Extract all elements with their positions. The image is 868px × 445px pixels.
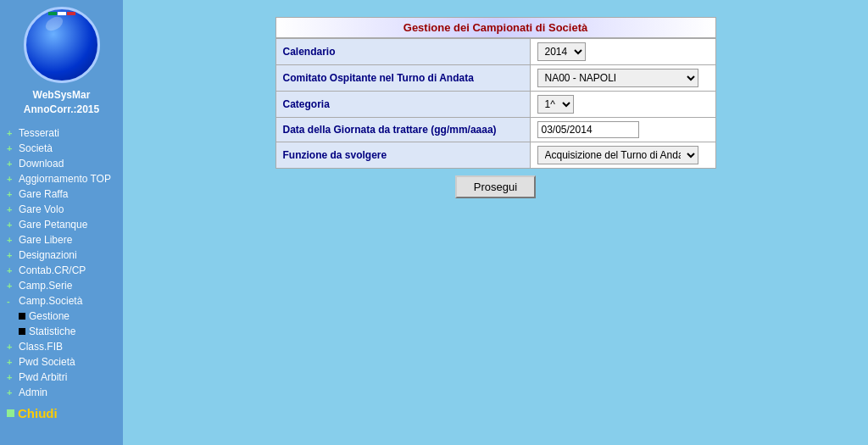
- sidebar-item-gestione[interactable]: Gestione: [3, 309, 120, 324]
- plus-icon: +: [7, 265, 15, 275]
- square-icon: [19, 313, 25, 320]
- plus-icon: +: [7, 281, 15, 291]
- sidebar-item-camp-serie[interactable]: + Camp.Serie: [3, 278, 120, 293]
- categoria-select[interactable]: 1^ 2^ 3^: [537, 95, 574, 114]
- data-input[interactable]: [537, 121, 639, 138]
- plus-icon: +: [7, 372, 15, 382]
- field-label-categoria: Categoria: [275, 92, 530, 118]
- plus-icon: +: [7, 357, 15, 367]
- sidebar-item-download[interactable]: + Download: [3, 156, 120, 171]
- plus-icon: +: [7, 204, 15, 214]
- sidebar-item-pwd-societa[interactable]: + Pwd Società: [3, 354, 120, 370]
- sidebar: WebSysMar AnnoCorr.:2015 + Tesserati + S…: [0, 0, 123, 445]
- form-container: Gestione dei Campionati di Società Calen…: [275, 17, 716, 198]
- square-icon: [19, 328, 25, 335]
- table-row: Comitato Ospitante nel Turno di Andata N…: [275, 65, 715, 92]
- sidebar-item-aggiornamento[interactable]: + Aggiornamento TOP: [3, 171, 120, 186]
- sidebar-item-contab[interactable]: + Contab.CR/CP: [3, 263, 120, 278]
- calendario-select[interactable]: 2013 2014 2015: [537, 42, 586, 61]
- app-name: WebSysMar AnnoCorr.:2015: [24, 88, 99, 117]
- sidebar-item-tesserati[interactable]: + Tesserati: [3, 125, 120, 141]
- plus-icon: +: [7, 159, 15, 169]
- sidebar-item-societa[interactable]: + Società: [3, 141, 120, 156]
- form-table: Calendario 2013 2014 2015 Comitato Ospit…: [275, 38, 716, 169]
- plus-icon: +: [7, 220, 15, 230]
- plus-icon: -: [7, 296, 15, 306]
- prosegui-button[interactable]: Prosegui: [455, 175, 536, 198]
- sidebar-item-gare-libere[interactable]: + Gare Libere: [3, 232, 120, 248]
- table-row: Funzione da svolgere Acquisizione del Tu…: [275, 142, 715, 169]
- plus-icon: +: [7, 235, 15, 245]
- sidebar-item-gare-raffa[interactable]: + Gare Raffa: [3, 186, 120, 202]
- sidebar-item-gare-volo[interactable]: + Gare Volo: [3, 202, 120, 217]
- table-row: Categoria 1^ 2^ 3^: [275, 92, 715, 118]
- sidebar-item-camp-societa[interactable]: - Camp.Società: [3, 293, 120, 309]
- sidebar-item-designazioni[interactable]: + Designazioni: [3, 248, 120, 263]
- plus-icon: +: [7, 174, 15, 184]
- field-label-funzione: Funzione da svolgere: [275, 142, 530, 169]
- field-value-comitato: NA00 - NAPOLI: [530, 65, 715, 92]
- chiudi-icon: [7, 409, 14, 417]
- sidebar-navigation: + Tesserati + Società + Download + Aggio…: [0, 125, 123, 423]
- flag-icon: [48, 12, 75, 15]
- field-value-calendario: 2013 2014 2015: [530, 39, 715, 65]
- sidebar-item-class-fib[interactable]: + Class.FIB: [3, 339, 120, 354]
- field-label-calendario: Calendario: [275, 39, 530, 65]
- form-title: Gestione dei Campionati di Società: [275, 17, 716, 38]
- plus-icon: +: [7, 342, 15, 352]
- plus-icon: +: [7, 250, 15, 260]
- sidebar-item-gare-petanque[interactable]: + Gare Petanque: [3, 217, 120, 232]
- field-value-funzione: Acquisizione del Turno di Andata: [530, 142, 715, 169]
- field-value-data: [530, 118, 715, 142]
- plus-icon: +: [7, 143, 15, 153]
- sidebar-item-statistiche[interactable]: Statistiche: [3, 324, 120, 339]
- plus-icon: +: [7, 189, 15, 199]
- submit-row: Prosegui: [275, 175, 716, 198]
- table-row: Calendario 2013 2014 2015: [275, 39, 715, 65]
- field-value-categoria: 1^ 2^ 3^: [530, 92, 715, 118]
- table-row: Data della Giornata da trattare (gg/mm/a…: [275, 118, 715, 142]
- field-label-data: Data della Giornata da trattare (gg/mm/a…: [275, 118, 530, 142]
- sidebar-item-admin[interactable]: + Admin: [3, 385, 120, 400]
- app-logo: [24, 7, 100, 83]
- funzione-select[interactable]: Acquisizione del Turno di Andata: [537, 146, 698, 164]
- sidebar-item-pwd-arbitri[interactable]: + Pwd Arbitri: [3, 370, 120, 385]
- comitato-select[interactable]: NA00 - NAPOLI: [537, 69, 698, 87]
- plus-icon: +: [7, 387, 15, 398]
- chiudi-label: Chiudi: [18, 406, 58, 420]
- main-content: Gestione dei Campionati di Società Calen…: [123, 0, 868, 445]
- field-label-comitato: Comitato Ospitante nel Turno di Andata: [275, 65, 530, 92]
- plus-icon: +: [7, 128, 15, 138]
- chiudi-button[interactable]: Chiudi: [3, 403, 120, 423]
